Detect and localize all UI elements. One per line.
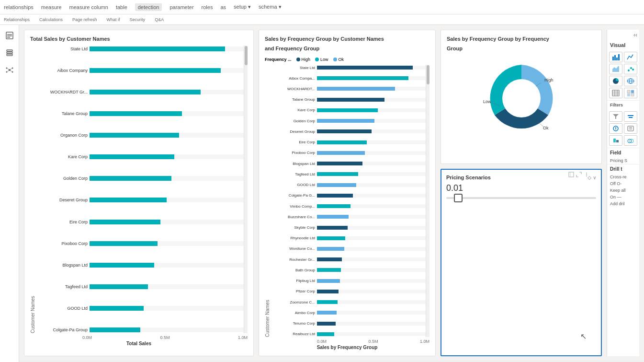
left-sidebar: [0, 25, 19, 362]
left-icon-data[interactable]: [3, 46, 16, 59]
vis-line-chart[interactable]: [624, 52, 637, 62]
pricing-slider-track[interactable]: [446, 197, 596, 199]
chart2-title-block: Sales by Frequency Group by Customer Nam…: [265, 36, 429, 55]
nav-relationships[interactable]: relationships: [4, 4, 34, 10]
table-row: Deseret Group: [37, 197, 244, 203]
bar-label: GOOD Ltd: [272, 183, 315, 187]
bar-track: [317, 87, 426, 91]
sub-what-if: What if: [107, 17, 120, 22]
table-row: WOCKHARDT...: [272, 86, 426, 92]
bar-label: Aimbo Corp: [272, 311, 315, 315]
filter-icon-2[interactable]: [624, 111, 637, 122]
vis-area-chart[interactable]: [609, 64, 622, 74]
bar-fill: [317, 98, 384, 102]
bar-label: Talane Group: [272, 97, 315, 102]
bar-label: Terumo Corp: [272, 321, 315, 326]
table-row: Pfizer Corp: [272, 289, 426, 294]
nav-schema[interactable]: schema ▾: [259, 4, 282, 10]
table-row: Tagfeed Ltd: [272, 171, 426, 177]
charts-area: Total Sales by Customer Names Customer N…: [19, 25, 644, 361]
svg-line-13: [11, 69, 11, 70]
nav-as[interactable]: as: [220, 4, 226, 10]
vis-scatter[interactable]: [624, 64, 637, 74]
chart2-title-line2: and Frequency Group: [265, 46, 429, 51]
bar-track: [317, 140, 426, 144]
bar-track: [317, 247, 426, 251]
chart3-panel: Sales by Frequency Group by Frequency Gr…: [441, 30, 602, 164]
bar-fill: [317, 279, 340, 283]
vis-pie[interactable]: [609, 76, 622, 86]
pricing-slider-thumb[interactable]: [454, 194, 463, 202]
bar-label: Blogspan Ltd: [37, 263, 88, 268]
nav-measure[interactable]: measure: [41, 4, 62, 10]
bar-fill: [317, 268, 341, 272]
more-icon[interactable]: [584, 172, 589, 177]
table-row: Eire Corp: [37, 219, 244, 225]
vis-matrix[interactable]: [624, 88, 637, 98]
bar-label: Colgate-Pa G...: [272, 193, 315, 198]
resize-icon[interactable]: [568, 172, 574, 177]
nav-parameter[interactable]: parameter: [169, 4, 193, 10]
bar-fill: [90, 327, 140, 332]
chart1-scrollbar[interactable]: [244, 46, 248, 333]
bar-label: Deseret Group: [37, 198, 88, 202]
bar-fill: [317, 300, 338, 304]
chart2-panel: Sales by Frequency Group by Customer Nam…: [259, 30, 436, 356]
sub-qa: Q&A: [155, 17, 164, 22]
bar-fill: [317, 172, 358, 176]
filter-icon-3[interactable]: [609, 123, 622, 134]
nav-roles[interactable]: roles: [202, 4, 213, 10]
table-row: Golden Corp: [272, 118, 426, 124]
svg-rect-6: [7, 54, 12, 56]
chart1-title: Total Sales by Customer Names: [30, 36, 248, 42]
bar-fill: [317, 108, 378, 112]
bar-fill: [317, 194, 353, 198]
svg-point-35: [632, 69, 634, 70]
chart2-legend: Frequency ... High Low Ok: [265, 57, 429, 62]
filter-icon-1[interactable]: [609, 111, 622, 122]
vis-bar-chart[interactable]: [609, 52, 622, 62]
pricing-title-text: Pricing Scenarios: [446, 175, 491, 180]
filter-icon-4[interactable]: [624, 123, 637, 134]
bar-track: [317, 194, 426, 198]
bar-fill: [317, 215, 349, 219]
svg-marker-49: [613, 114, 619, 119]
filter-icon-5[interactable]: [609, 135, 622, 146]
svg-point-54: [615, 129, 616, 130]
nav-table[interactable]: table: [116, 4, 127, 10]
chart3-area: Sales by Frequency Group by Frequency Gr…: [441, 30, 602, 356]
nav-measure-column[interactable]: measure column: [69, 4, 108, 10]
table-row: Vimbo Comp...: [272, 203, 426, 209]
collapse-icon[interactable]: ‹‹: [633, 32, 637, 38]
bar-fill: [317, 226, 348, 230]
chart2-freq-label: Frequency ...: [265, 57, 292, 62]
bar-track: [90, 133, 244, 138]
left-icon-report[interactable]: [3, 29, 16, 42]
legend-ok-dot: [333, 58, 337, 61]
svg-point-33: [628, 70, 630, 71]
bar-fill: [90, 306, 144, 311]
bar-track: [317, 204, 426, 208]
nav-detection[interactable]: detection: [135, 3, 162, 11]
bar-track: [317, 268, 426, 272]
chart1-x-axis: 0.0M 0.5M 1.0M: [30, 335, 248, 340]
drill-label: Drill t: [610, 166, 636, 172]
pricing-box: Pricing Scenarios ◇ ∨ 0.01 ↖: [441, 169, 602, 356]
bar-label: Eire Corp: [272, 140, 315, 144]
bar-track: [317, 151, 426, 155]
bar-track: [317, 162, 426, 165]
svg-rect-23: [569, 172, 574, 177]
left-icon-model[interactable]: [3, 63, 16, 77]
expand-icon[interactable]: [576, 172, 582, 177]
bar-label: Tagfeed Ltd: [37, 284, 88, 289]
svg-point-9: [11, 68, 13, 69]
table-row: GOOD Ltd: [37, 305, 244, 312]
chart2-scrollbar[interactable]: [426, 65, 429, 337]
bar-fill: [317, 322, 336, 326]
nav-setup[interactable]: setup ▾: [234, 4, 251, 10]
filter-icon-6[interactable]: [624, 135, 637, 146]
vis-table[interactable]: [609, 88, 622, 98]
visualizations-label: Visual: [607, 40, 639, 50]
svg-rect-48: [631, 93, 634, 96]
vis-map[interactable]: [624, 76, 637, 86]
